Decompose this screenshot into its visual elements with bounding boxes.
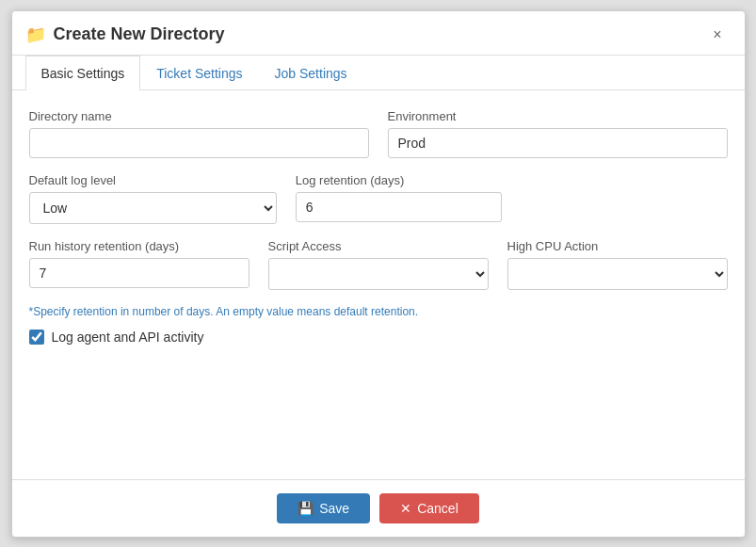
save-icon: 💾 [298, 501, 314, 516]
dialog-title: 📁 Create New Directory [25, 24, 225, 45]
log-level-select[interactable]: Low Medium High [29, 192, 277, 224]
tab-ticket-settings[interactable]: Ticket Settings [140, 56, 258, 90]
dialog-footer: 💾 Save ✕ Cancel [12, 479, 745, 537]
field-directory-name: Directory name [29, 109, 369, 158]
high-cpu-label: High CPU Action [507, 239, 728, 253]
cancel-button[interactable]: ✕ Cancel [379, 493, 479, 523]
close-button[interactable]: × [707, 24, 727, 45]
log-retention-input[interactable] [296, 192, 502, 222]
tab-basic-settings[interactable]: Basic Settings [25, 56, 141, 90]
row-history-script-cpu: Run history retention (days) Script Acce… [29, 239, 728, 290]
row-log-level-retention: Default log level Low Medium High Log re… [29, 173, 728, 224]
field-environment: Environment [388, 109, 728, 158]
cancel-icon: ✕ [400, 501, 411, 516]
log-activity-checkbox[interactable] [29, 330, 44, 345]
dialog-title-text: Create New Directory [54, 24, 225, 44]
field-default-log-level: Default log level Low Medium High [29, 173, 277, 224]
field-high-cpu-action: High CPU Action [507, 239, 728, 290]
environment-input[interactable] [388, 128, 728, 158]
cancel-label: Cancel [417, 501, 458, 516]
row-directory-environment: Directory name Environment [29, 109, 728, 158]
save-label: Save [319, 501, 349, 516]
directory-name-input[interactable] [29, 128, 369, 158]
save-button[interactable]: 💾 Save [277, 493, 370, 523]
folder-icon: 📁 [25, 24, 46, 45]
field-run-history: Run history retention (days) [29, 239, 249, 290]
field-script-access: Script Access [268, 239, 489, 290]
log-activity-row: Log agent and API activity [29, 330, 728, 345]
tab-job-settings[interactable]: Job Settings [259, 56, 363, 90]
log-retention-label: Log retention (days) [296, 173, 502, 187]
create-directory-dialog: 📁 Create New Directory × Basic Settings … [11, 10, 746, 538]
field-log-retention: Log retention (days) [296, 173, 502, 224]
tabs-bar: Basic Settings Ticket Settings Job Setti… [12, 56, 745, 90]
dialog-body: Directory name Environment Default log l… [12, 90, 745, 479]
run-history-input[interactable] [29, 258, 249, 288]
high-cpu-select[interactable] [507, 258, 728, 290]
log-level-label: Default log level [29, 173, 277, 187]
dialog-header: 📁 Create New Directory × [12, 11, 745, 56]
retention-hint: *Specify retention in number of days. An… [29, 305, 728, 318]
script-access-label: Script Access [268, 239, 489, 253]
environment-label: Environment [388, 109, 728, 123]
run-history-label: Run history retention (days) [29, 239, 249, 253]
script-access-select[interactable] [268, 258, 489, 290]
log-activity-label[interactable]: Log agent and API activity [52, 330, 204, 345]
directory-name-label: Directory name [29, 109, 369, 123]
